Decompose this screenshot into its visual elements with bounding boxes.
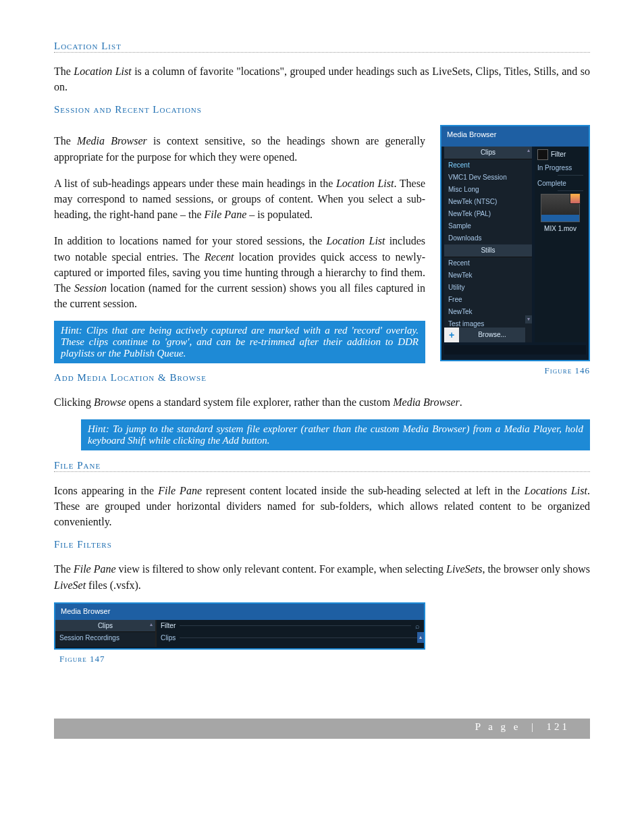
scroll-up-icon-3[interactable]: ▴ xyxy=(417,632,424,643)
category-clips[interactable]: Clips xyxy=(444,147,532,159)
category-clips-2[interactable]: Clips ▴ xyxy=(55,620,155,632)
page-footer: P a g e | 121 xyxy=(54,719,590,739)
category-stills[interactable]: Stills xyxy=(444,244,532,257)
divider-clips: Clips xyxy=(161,634,176,642)
clip-thumbnail[interactable] xyxy=(541,194,580,222)
media-browser-title: Media Browser xyxy=(441,126,589,146)
scroll-up-icon-2[interactable]: ▴ xyxy=(150,621,153,627)
clips-item-session-recordings[interactable]: Session Recordings xyxy=(55,632,155,644)
clips-item-recent[interactable]: Recent xyxy=(444,159,532,172)
clips-item-ntsc[interactable]: NewTek (NTSC) xyxy=(444,196,532,208)
para-add-browse: Clicking Browse opens a standard system … xyxy=(54,394,590,410)
media-browser-title-2: Media Browser xyxy=(55,604,424,620)
divider-in-progress: In Progress xyxy=(535,163,586,174)
figure-146: Media Browser ▴ Clips Recent VMC1 Dev Se… xyxy=(440,125,590,361)
filter-icon[interactable] xyxy=(537,149,548,160)
browse-button[interactable]: Browse... xyxy=(459,331,525,339)
para-file-filters: The File Pane view is filtered to show o… xyxy=(54,561,590,592)
para-file-pane: Icons appearing in the File Pane represe… xyxy=(54,483,590,530)
heading-file-pane: File Pane xyxy=(54,460,590,472)
para-session-2: A list of sub-headings appears under the… xyxy=(54,176,425,223)
add-location-button[interactable]: + xyxy=(444,328,459,342)
scroll-up-icon[interactable]: ▴ xyxy=(525,147,532,155)
clips-item-sample[interactable]: Sample xyxy=(444,220,532,232)
figure-147-caption: Figure 147 xyxy=(59,654,590,664)
figure-147: Media Browser Clips ▴ Session Recordings… xyxy=(54,602,425,650)
stills-item-recent[interactable]: Recent xyxy=(444,257,532,269)
para-session-3: In addition to locations named for your … xyxy=(54,233,425,311)
search-icon[interactable]: ⌕ xyxy=(415,622,420,630)
clips-item-misc[interactable]: Misc Long xyxy=(444,184,532,196)
hint-1: Hint: Clips that are being actively capt… xyxy=(54,321,425,363)
stills-item-newtek1[interactable]: NewTek xyxy=(444,269,532,282)
heading-file-filters: File Filters xyxy=(54,539,590,550)
file-pane: Filter In Progress Complete MIX 1.mov xyxy=(535,147,586,342)
stills-item-utility[interactable]: Utility xyxy=(444,282,532,294)
clips-item-pal[interactable]: NewTek (PAL) xyxy=(444,208,532,220)
clip-label: MIX 1.mov xyxy=(535,225,586,233)
scroll-down-icon[interactable]: ▾ xyxy=(525,315,532,323)
clips-item-downloads[interactable]: Downloads xyxy=(444,232,532,244)
record-overlay-icon xyxy=(570,193,581,204)
location-list-panel: ▴ Clips Recent VMC1 Dev Session Misc Lon… xyxy=(444,147,532,342)
stills-item-free[interactable]: Free xyxy=(444,294,532,306)
para-session-1: The Media Browser is context sensitive, … xyxy=(54,133,425,164)
heading-session-recent: Session and Recent Locations xyxy=(54,104,590,115)
filter-label: Filter xyxy=(551,151,566,159)
filter-label-2: Filter xyxy=(161,622,176,629)
heading-location-list: Location List xyxy=(54,41,590,53)
stills-item-newtek2[interactable]: NewTek xyxy=(444,306,532,318)
clips-item-vmc1[interactable]: VMC1 Dev Session xyxy=(444,172,532,184)
divider-complete: Complete xyxy=(535,178,586,189)
figure-146-caption: Figure 146 xyxy=(440,365,590,376)
hint-2: Hint: To jump to the standard system fil… xyxy=(81,419,590,450)
para-location-list: The Location List is a column of favorit… xyxy=(54,63,590,95)
